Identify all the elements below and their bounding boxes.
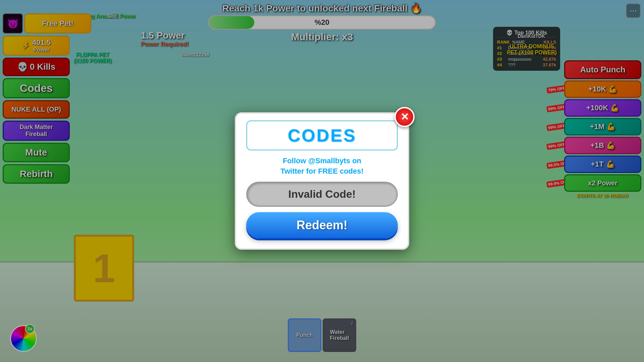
code-input-text: Invalid Code! — [288, 188, 356, 200]
modal-title-bar: CODES — [246, 120, 398, 150]
codes-modal: ✕ CODES Follow @Smallbyts onTwitter for … — [235, 112, 409, 250]
close-icon: ✕ — [400, 111, 409, 123]
modal-overlay: ✕ CODES Follow @Smallbyts onTwitter for … — [0, 0, 644, 362]
redeem-label: Redeem! — [297, 218, 347, 232]
redeem-button[interactable]: Redeem! — [246, 212, 398, 238]
modal-title: CODES — [254, 125, 390, 145]
close-modal-button[interactable]: ✕ — [394, 107, 415, 127]
modal-subtitle: Follow @Smallbyts onTwitter for FREE cod… — [246, 156, 398, 177]
code-input-display[interactable]: Invalid Code! — [246, 182, 398, 207]
